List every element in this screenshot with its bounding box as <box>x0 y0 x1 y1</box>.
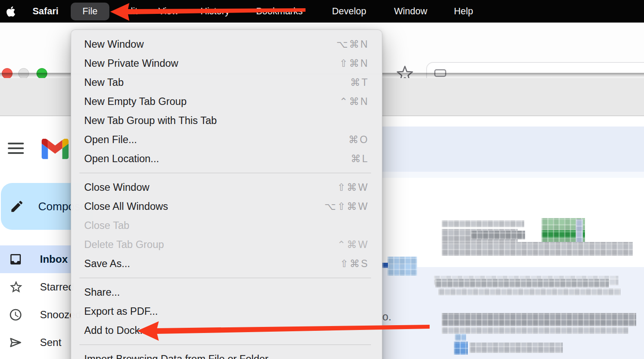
menu-item-label: New Tab <box>84 77 124 88</box>
menu-item-label: Export as PDF... <box>84 306 158 317</box>
menu-item-shortcut: ⇧⌘S <box>340 258 369 270</box>
menu-item-shortcut: ⌘O <box>348 134 369 146</box>
menu-item[interactable]: New Private Window ⇧⌘N <box>71 54 382 73</box>
menu-bar-item[interactable]: Develop <box>332 0 366 23</box>
menu-bar-item[interactable]: Help <box>454 0 473 23</box>
menu-item-label: Save As... <box>84 258 130 270</box>
menu-item-shortcut: ⌃⌘N <box>339 96 369 108</box>
redacted-content-block <box>382 263 388 268</box>
menu-item-shortcut: ⇧⌘W <box>337 182 369 193</box>
star-icon <box>9 280 23 294</box>
clock-icon <box>9 308 23 322</box>
menu-item[interactable]: Open File... ⌘O <box>71 130 382 149</box>
menu-item[interactable]: Open Location... ⌘L <box>71 149 382 168</box>
menu-item-label: Open File... <box>84 134 137 146</box>
menu-item-label: Open Location... <box>84 153 159 165</box>
send-icon <box>9 336 23 349</box>
menu-item-label: Close Window <box>84 182 149 193</box>
redacted-content-block <box>470 343 563 353</box>
menu-item[interactable]: Close All Windows ⌥⇧⌘W <box>71 197 382 216</box>
menu-item-label: New Private Window <box>84 58 178 69</box>
menu-item-label: New Window <box>84 39 144 50</box>
menu-item[interactable]: Delete Tab Group ⌃⌘W <box>71 235 382 254</box>
inbox-icon <box>9 252 23 266</box>
menu-item[interactable]: New Window ⌥⌘N <box>71 35 382 54</box>
menu-item-label: Share... <box>84 287 120 298</box>
menu-item-label: Import Browsing Data from File or Folder <box>84 353 268 359</box>
menu-item-label: New Tab Group with This Tab <box>84 115 217 127</box>
menu-item[interactable]: Share... <box>71 283 382 302</box>
sidebar-item-label: Inbox <box>40 253 68 265</box>
menu-item[interactable]: Save As... ⇧⌘S <box>71 254 382 273</box>
redacted-content-block <box>442 327 628 334</box>
redacted-content-block <box>471 231 525 239</box>
redacted-content-block <box>455 334 466 341</box>
menu-item-shortcut: ⌥⇧⌘W <box>325 201 369 212</box>
menu-item-shortcut: ⌥⌘N <box>336 39 369 50</box>
menu-item[interactable]: New Tab Group with This Tab <box>71 111 382 130</box>
menu-item-label: New Empty Tab Group <box>84 96 187 108</box>
screenshot-root: ✕ G o <box>0 0 644 359</box>
main-menu-hamburger-icon[interactable] <box>8 143 24 154</box>
sidebar-item-label: Sent <box>40 336 61 349</box>
menu-item-shortcut: ⌘L <box>351 153 369 165</box>
menu-item[interactable]: Close Window ⇧⌘W <box>71 178 382 197</box>
redacted-content-block <box>576 219 583 244</box>
menu-item-label: Delete Tab Group <box>84 239 164 251</box>
macos-menu-bar: Safari File Edit View History Bookmarks … <box>0 0 644 23</box>
menu-bar-item[interactable]: Safari <box>33 0 59 23</box>
redacted-content-block <box>435 279 609 287</box>
menu-separator <box>79 277 371 278</box>
menu-item-shortcut: ⌃⌘W <box>337 239 369 251</box>
menu-item[interactable]: Import Browsing Data from File or Folder <box>71 349 382 359</box>
menu-item-shortcut: ⌘T <box>350 77 369 88</box>
menu-item[interactable]: Close Tab <box>71 216 382 235</box>
menu-item[interactable]: Export as PDF... <box>71 302 382 321</box>
menu-bar-item[interactable]: Window <box>394 0 427 23</box>
menu-separator <box>79 173 371 173</box>
file-menu-dropdown: New Window ⌥⌘N New Private Window ⇧⌘N Ne… <box>71 29 382 359</box>
menu-item[interactable]: New Tab ⌘T <box>71 73 382 92</box>
redacted-content-block <box>442 313 636 326</box>
cutoff-text-fragment: o. <box>382 310 391 323</box>
menu-item-label: Close Tab <box>84 220 129 232</box>
menu-item-shortcut: ⇧⌘N <box>339 58 369 69</box>
redacted-content-block <box>442 242 633 256</box>
gmail-logo <box>42 139 69 159</box>
redacted-content-block <box>454 342 468 355</box>
pencil-icon <box>10 199 24 214</box>
menu-item-label: Close All Windows <box>84 201 168 212</box>
sidebar-item-label: Starred <box>40 281 74 293</box>
redacted-content-block <box>388 257 417 276</box>
menu-separator <box>79 344 371 345</box>
redacted-content-block <box>442 220 524 227</box>
menu-bar-item[interactable]: File <box>71 3 109 20</box>
redacted-content-block <box>438 288 621 295</box>
menu-item[interactable]: New Empty Tab Group ⌃⌘N <box>71 92 382 111</box>
menu-bar-items: Safari File Edit View History Bookmarks … <box>0 0 644 23</box>
